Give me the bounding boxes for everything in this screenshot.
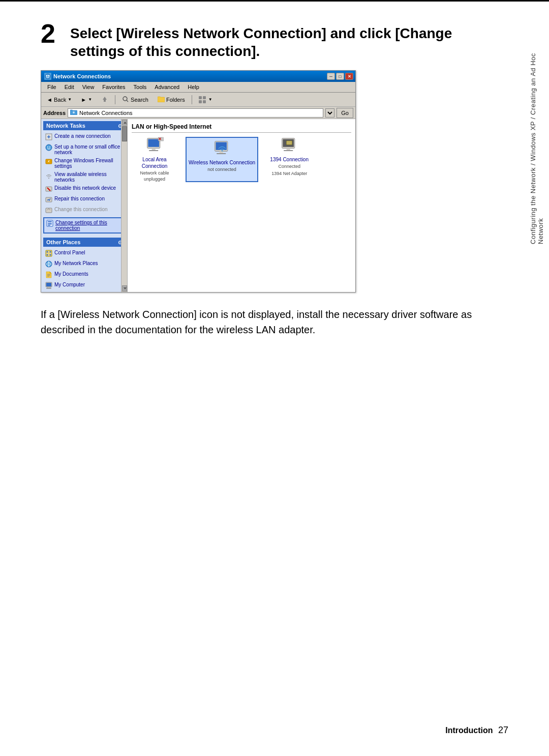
address-folder-icon [70,109,77,116]
scrollbar-down[interactable] [122,285,127,292]
menu-file[interactable]: File [43,83,60,91]
task-label-5: Disable this network device [54,185,116,191]
go-button[interactable]: Go [337,108,353,118]
connection-lan[interactable]: ✕ Local Area Connection Network cable un… [132,137,177,182]
close-button[interactable]: ✕ [345,73,353,80]
minimize-button[interactable]: ─ [327,73,335,80]
svg-point-27 [47,251,48,253]
place-network[interactable]: My Network Places [43,259,125,270]
svg-rect-25 [48,225,50,226]
maximize-button[interactable]: □ [336,73,344,80]
svg-rect-9 [199,100,202,103]
network-tasks-header[interactable]: Network Tasks ⊙ [43,121,125,130]
lan-icon: ✕ [145,137,164,155]
svg-text:✕: ✕ [158,137,162,141]
left-panel: Network Tasks ⊙ Create a new connection [41,119,128,292]
view-dropdown-icon: ▼ [208,97,212,102]
task-change-settings-highlighted[interactable]: Change settings of this connection [43,217,125,234]
svg-point-15 [49,147,50,148]
svg-point-29 [47,254,48,256]
place-computer[interactable]: My Computer [43,281,125,291]
place-label-2: My Network Places [54,260,98,266]
view-button[interactable]: ▼ [195,94,216,105]
wireless-name: Wireless Network Connection [189,159,255,166]
scrollbar-up[interactable] [122,120,127,126]
title-bar-buttons: ─ □ ✕ [327,73,353,80]
task-firewall[interactable]: Change Windows Firewall settings [43,157,125,170]
network-tasks-section: Network Tasks ⊙ Create a new connection [43,121,125,234]
task-label-1: Create a new connection [54,133,111,139]
task-change-conn[interactable]: Change this connection [43,206,125,216]
window-icon [44,73,51,80]
svg-point-5 [123,97,127,101]
svg-rect-4 [104,100,106,102]
place-documents[interactable]: My Documents [43,270,125,280]
scrollbar-thumb[interactable] [122,126,127,141]
svg-rect-48 [219,152,223,154]
other-places-header[interactable]: Other Places ⊙ [43,238,125,247]
svg-rect-23 [48,221,52,222]
top-border [0,0,549,2]
task-label-3: Change Windows Firewall settings [54,158,123,169]
title-bar-left: Network Connections [44,73,111,80]
address-label: Address [43,110,66,116]
search-button[interactable]: Search [118,94,152,105]
svg-point-14 [47,147,48,148]
task-disable[interactable]: Disable this network device [43,184,125,194]
menu-view[interactable]: View [78,83,99,91]
lan-status: Network cable unplugged [132,170,177,182]
task-wireless[interactable]: View available wireless networks [43,170,125,184]
documents-icon [45,271,52,279]
scrollbar-track[interactable] [121,119,127,292]
right-panel: LAN or High-Speed Internet [128,119,355,292]
svg-rect-42 [152,149,156,151]
address-value: Network Connections [79,110,133,116]
place-label-3: My Documents [54,271,88,277]
svg-rect-39 [46,288,51,289]
menu-edit[interactable]: Edit [60,83,78,91]
page-number: 27 [498,725,508,735]
page-info: Introduction 27 [445,725,508,736]
task-icon-3 [45,158,52,166]
address-input[interactable]: Network Connections [68,108,323,118]
wireless-status: not connected [207,167,236,173]
place-control-panel[interactable]: Control Panel [43,249,125,259]
task-repair[interactable]: Repair this connection [43,195,125,205]
back-label: Back [54,97,66,103]
svg-line-6 [127,100,128,102]
other-places-section: Other Places ⊙ Control Panel [43,238,125,291]
connection-wireless[interactable]: Wireless Network Connection not connecte… [186,137,258,182]
forward-dropdown-icon: ▼ [88,97,92,102]
address-bar: Address Network Connections Go [41,107,355,119]
task-label-2: Set up a home or small office network [54,144,123,155]
up-button[interactable] [98,94,112,105]
my-computer-icon [45,282,52,290]
task-setup-home[interactable]: Set up a home or small office network [43,143,125,156]
back-button[interactable]: ◄ Back ▼ [43,94,75,105]
menu-advanced[interactable]: Advanced [150,83,184,91]
svg-rect-26 [46,250,52,256]
svg-rect-24 [48,223,52,224]
task-create-connection[interactable]: Create a new connection [43,132,125,142]
control-panel-icon [45,250,52,258]
menu-help[interactable]: Help [184,83,203,91]
connection-1394[interactable]: 1394 Connection Connected 1394 Net Adapt… [266,137,312,182]
search-icon [122,96,129,104]
task-label-7: Change this connection [54,207,108,212]
task-icon-1 [45,133,52,141]
folders-button[interactable]: Folders [154,94,189,105]
body-text: If a [Wireless Network Connection] icon … [41,307,508,337]
svg-rect-43 [149,150,158,151]
svg-point-28 [50,251,51,253]
svg-rect-54 [284,150,293,151]
svg-point-1 [46,75,48,77]
task-icon-7 [45,207,52,215]
svg-point-13 [46,144,52,151]
menu-tools[interactable]: Tools [130,83,151,91]
address-dropdown[interactable] [325,108,334,118]
title-bar: Network Connections ─ □ ✕ [41,71,355,82]
menu-favorites[interactable]: Favorites [98,83,129,91]
forward-button[interactable]: ► ▼ [77,94,96,105]
svg-rect-37 [46,283,51,286]
place-label-1: Control Panel [54,250,85,255]
